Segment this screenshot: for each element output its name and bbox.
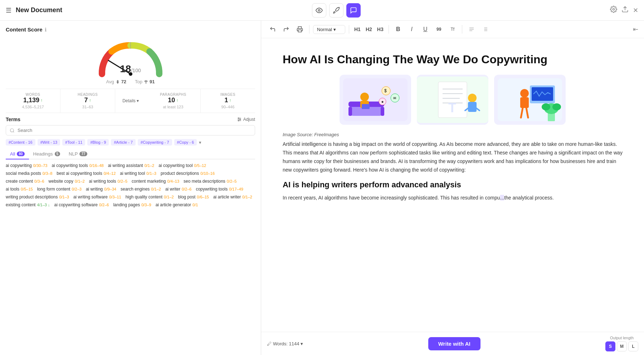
size-m-button[interactable]: M (617, 341, 627, 351)
print-button[interactable] (294, 24, 306, 35)
list-item: blog post0/6–15 (178, 194, 209, 199)
word-count-chevron[interactable]: ▾ (301, 341, 303, 346)
svg-point-63 (542, 103, 550, 110)
avg-value: 72 (121, 79, 126, 84)
term-count: 0/16–48 (89, 163, 104, 168)
heading-2: AI is helping writers perform advanced a… (283, 180, 623, 189)
tab-nlp-badge: 77 (79, 152, 87, 156)
info-icon[interactable]: ℹ (45, 27, 47, 33)
term-name: ai tools (6, 187, 19, 192)
tag-copywriting[interactable]: #Copywriting - 7 (138, 139, 172, 146)
paragraphs-sub: at least 123 (147, 105, 199, 109)
list-button[interactable] (479, 24, 491, 35)
tag-writ[interactable]: #Writ - 13 (38, 139, 60, 146)
content-score-title: Content Score (6, 26, 43, 33)
tag-article[interactable]: #Article - 7 (111, 139, 136, 146)
tab-all[interactable]: All 80 (6, 149, 29, 159)
terms-title: Terms (6, 117, 20, 122)
adjust-button[interactable]: Adjust (237, 117, 255, 122)
search-input[interactable] (18, 128, 251, 133)
list-item: ai article writer0/1–2 (213, 194, 252, 199)
term-count: 0/2–3 (72, 187, 82, 191)
term-count: 0/1–3 (59, 195, 69, 199)
tag-blog[interactable]: #Blog - 9 (87, 139, 109, 146)
term-name: existing content (6, 202, 35, 207)
size-s-button[interactable]: S (605, 341, 615, 351)
tag-more-icon[interactable]: ▾ (199, 140, 201, 145)
details-button[interactable]: Details ▾ (118, 95, 143, 107)
term-count: 0/17–49 (229, 187, 243, 191)
quote-button[interactable]: 99 (433, 24, 445, 35)
share-icon[interactable] (621, 6, 629, 15)
format-select[interactable]: Normal ▾ (313, 25, 345, 34)
term-count: 0/1–2 (145, 163, 155, 168)
words-up-arrow: ↑ (40, 98, 43, 103)
svg-rect-36 (362, 104, 370, 109)
term-name: high quality content (126, 194, 162, 199)
menu-icon[interactable]: ☰ (6, 6, 11, 14)
term-name: long form content (37, 187, 70, 192)
headings-label: HEADINGS (62, 93, 113, 97)
tag-tool[interactable]: #Tool - 11 (62, 139, 85, 146)
divider (349, 25, 349, 34)
redo-button[interactable] (280, 24, 292, 35)
term-name: copywriting tools (196, 187, 228, 192)
word-count: 🖊 Words: 1144 ▾ (267, 341, 303, 346)
size-l-button[interactable]: L (628, 341, 638, 351)
terms-grid: ai copywriting0/30–73 ai copywriting too… (6, 163, 255, 209)
words-label: WORDS (7, 93, 59, 97)
svg-point-57 (520, 89, 529, 98)
paragraphs-value: 10 ↑ (147, 97, 199, 104)
headings-sub: 31–63 (62, 105, 113, 109)
chat-button[interactable] (346, 3, 361, 18)
list-item: landing pages0/3–9 (113, 202, 151, 207)
h2-button[interactable]: H2 (364, 25, 374, 34)
bold-button[interactable]: B (392, 24, 404, 35)
stat-images: IMAGES 1 ↑ 90–446 (201, 89, 255, 113)
list-item: ai copywriting0/30–73 (6, 163, 47, 168)
h1-button[interactable]: H1 (353, 25, 362, 34)
content-score-section: Content Score ℹ (0, 21, 261, 113)
words-sub: 4,536–5,217 (7, 105, 59, 109)
format-chevron-icon: ▾ (333, 27, 336, 32)
tag-copy[interactable]: #Copy - 6 (174, 139, 197, 146)
tab-headings[interactable]: Headings 5 (29, 149, 65, 159)
write-with-ai-button[interactable]: Write with AI (428, 337, 480, 350)
gauge-container: 18/100 Avg 72 Top 91 (6, 35, 255, 86)
h3-button[interactable]: H3 (376, 25, 385, 34)
undo-button[interactable] (267, 24, 278, 35)
underline-button[interactable]: U (420, 24, 431, 35)
format-select-value: Normal (317, 27, 332, 32)
svg-point-17 (10, 128, 14, 132)
eye-button[interactable] (312, 3, 326, 18)
term-name: ai copywriting software (54, 202, 97, 207)
terms-section: Terms Adjust #Content - 16 #Writ - 13 #T… (0, 113, 261, 355)
term-name: seo meta descriptions (184, 179, 225, 184)
list-item: website copy0/1–2 (49, 179, 85, 184)
settings-icon[interactable] (610, 6, 617, 15)
tab-all-label: All (10, 151, 15, 157)
italic-button[interactable]: I (406, 24, 418, 35)
rocket-button[interactable] (329, 3, 343, 18)
term-count: 0/3–9 (141, 203, 151, 207)
list-item: ai writing software0/3–11 (73, 194, 121, 199)
list-item: high quality content0/1–2 (126, 194, 174, 199)
svg-point-0 (318, 9, 320, 11)
tab-nlp[interactable]: NLP 77 (64, 149, 91, 159)
top-nav: ☰ New Document ✕ (0, 0, 644, 21)
tag-content[interactable]: #Content - 16 (6, 139, 35, 146)
divider (462, 25, 462, 34)
tf-button[interactable]: Tf (447, 24, 458, 35)
nav-right: ✕ (610, 6, 638, 15)
close-icon[interactable]: ✕ (633, 6, 638, 14)
stat-words: WORDS 1,139 ↑ 4,536–5,217 (6, 89, 60, 113)
term-count: 0/1–3 (146, 171, 156, 176)
size-buttons: S M L (605, 341, 638, 351)
align-button[interactable] (466, 24, 477, 35)
collapse-icon[interactable]: ⇤ (633, 25, 638, 33)
editor-content[interactable]: How AI Is Changing The Way We Do Copywri… (261, 38, 644, 332)
term-name: ai copywriting (6, 163, 32, 168)
svg-point-14 (238, 118, 239, 118)
svg-point-50 (468, 94, 477, 102)
illustration-3 (494, 75, 566, 125)
